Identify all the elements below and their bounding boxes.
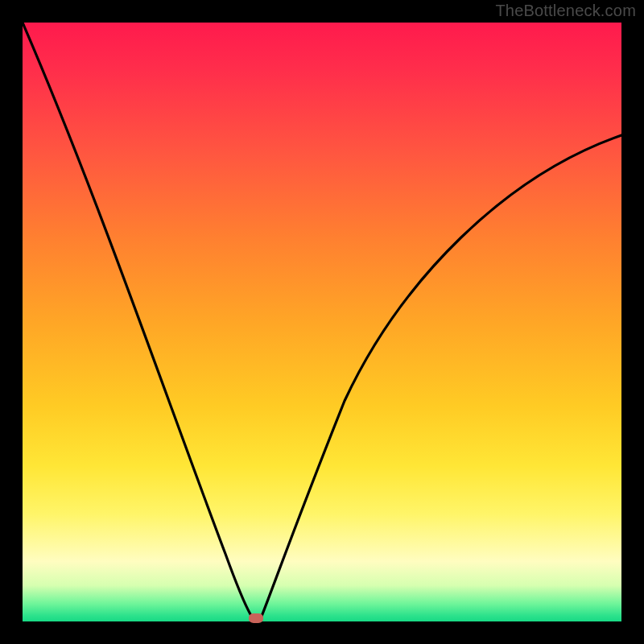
chart-frame: TheBottleneck.com <box>0 0 644 644</box>
plot-area <box>23 23 621 621</box>
optimum-marker <box>249 613 263 623</box>
curve-path <box>23 23 621 618</box>
watermark-text: TheBottleneck.com <box>495 2 636 20</box>
bottleneck-curve <box>23 23 621 621</box>
